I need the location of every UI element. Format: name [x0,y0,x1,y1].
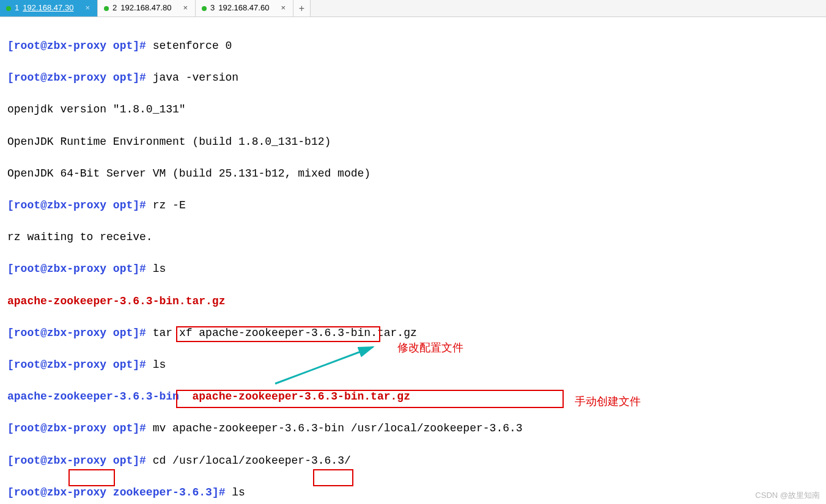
file-listing: apache-zookeeper-3.6.3-bin.tar.gz [192,390,410,403]
tab-index: 2 [112,2,117,14]
annotation-arrow-icon [269,342,391,391]
cmd: rz -E [153,199,186,211]
svg-line-0 [275,347,373,384]
output-line: OpenJDK 64-Bit Server VM (build 25.131-b… [7,166,819,181]
prompt-user: root@zbx-proxy [14,40,106,52]
tab-3[interactable]: 3 192.168.47.60 × [196,0,293,16]
close-icon[interactable]: × [182,2,189,14]
cmd: ls [232,486,245,499]
tab-index: 1 [15,2,19,14]
cmd: mv apache-zookeeper-3.6.3-bin /usr/local… [153,422,523,434]
status-dot-icon [202,6,207,11]
close-icon[interactable]: × [279,2,287,14]
output-line: rz waiting to receive. [7,229,819,245]
bracket: [ [7,40,14,52]
tab-index: 3 [210,2,215,14]
cmd: ls [153,359,166,371]
status-dot-icon [6,6,11,11]
terminal-output[interactable]: [root@zbx-proxy opt]# setenforce 0 [root… [0,17,826,504]
cmd: setenforce 0 [153,40,232,52]
output-line: OpenJDK Runtime Environment (build 1.8.0… [7,134,819,150]
tab-title: 192.168.47.30 [23,2,80,14]
prompt-dir: opt [113,40,133,52]
tab-title: 192.168.47.60 [218,2,276,14]
cmd: java -version [153,71,238,84]
bracket: ]# [133,40,146,52]
add-tab-button[interactable]: + [293,0,311,16]
watermark: CSDN @故里知南 [755,490,820,502]
cmd: tar xf apache-zookeeper-3.6.3-bin.tar.gz [153,327,417,339]
tab-bar: 1 192.168.47.30 × 2 192.168.47.80 × 3 19… [0,0,826,17]
tab-title: 192.168.47.80 [120,2,178,14]
cmd: cd /usr/local/zookeeper-3.6.3/ [153,455,351,467]
output-line: apache-zookeeper-3.6.3-bin.tar.gz [7,293,819,309]
output-line: openjdk version "1.8.0_131" [7,101,819,117]
tab-1[interactable]: 1 192.168.47.30 × [0,0,98,16]
tab-2[interactable]: 2 192.168.47.80 × [98,0,196,16]
close-icon[interactable]: × [84,2,91,14]
status-dot-icon [104,6,109,11]
cmd: ls [153,263,166,275]
dir-listing: apache-zookeeper-3.6.3-bin [7,390,179,403]
